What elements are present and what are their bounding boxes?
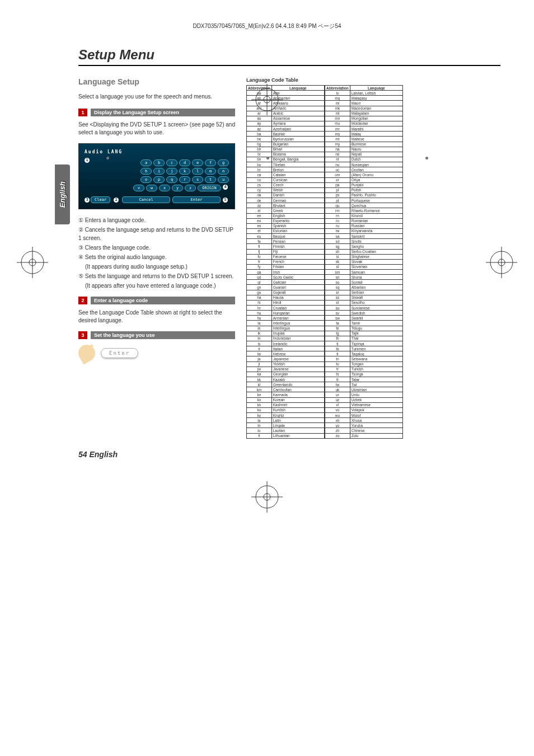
enter-key[interactable]: Enter [172, 196, 221, 203]
code-lang: Georgian [271, 372, 324, 377]
table-row: mlMalayalam [325, 111, 403, 116]
char-key[interactable]: j [166, 168, 177, 175]
code-lang: Tatar [350, 377, 402, 382]
code-abbr: pa [325, 182, 350, 187]
char-key[interactable]: e [192, 159, 203, 166]
code-lang: Assamese [271, 116, 324, 121]
char-key[interactable]: o [140, 176, 152, 183]
table-row: smSamoan [325, 270, 403, 275]
code-abbr: zu [325, 433, 350, 438]
code-lang: Sanskrit [350, 234, 402, 239]
char-key[interactable]: x [159, 185, 170, 191]
code-abbr: to [325, 361, 350, 367]
code-abbr: eo [247, 218, 272, 223]
table-row: snShona [325, 275, 403, 280]
table-row: fyFrisian [247, 264, 325, 269]
table-row: quQuechua [325, 203, 403, 208]
enter-button[interactable]: Enter [101, 348, 138, 358]
char-key[interactable]: f [205, 159, 216, 166]
code-lang: Galician [271, 280, 324, 285]
code-abbr: ln [247, 423, 272, 428]
code-lang: Azerbaijani [271, 126, 324, 132]
char-key[interactable]: i [153, 168, 165, 175]
code-abbr: rn [325, 213, 350, 218]
code-lang: Bulgarian [271, 142, 324, 147]
code-lang: Polish [350, 187, 402, 192]
table-row: lnLingala [247, 423, 325, 428]
char-key[interactable]: r [179, 176, 190, 183]
header-lang: Language [350, 86, 402, 91]
char-key[interactable]: k [179, 168, 190, 175]
table-row: dzBhutani [247, 203, 325, 208]
code-lang: Greenlandic [271, 382, 324, 387]
step-label: Set the language you use [91, 331, 235, 339]
char-key[interactable]: h [140, 168, 152, 175]
char-key[interactable]: b [153, 159, 165, 166]
table-row: voVolapuk [325, 407, 403, 412]
char-key[interactable]: l [192, 168, 203, 175]
page-footer: 54 English [78, 450, 500, 459]
code-lang: Moldavian [350, 121, 402, 126]
char-key[interactable]: g [218, 159, 229, 166]
char-key[interactable]: q [166, 176, 177, 183]
code-lang: Breton [271, 167, 324, 172]
clear-key[interactable]: Clear [91, 196, 110, 203]
code-abbr: sd [325, 239, 350, 244]
char-key[interactable]: z [185, 185, 196, 191]
language-entry-screen: Audio LANG 1 abcdefg hijklmn opqrstu vwx… [78, 143, 235, 209]
code-lang: Inupiak [271, 331, 324, 336]
code-lang: Javanese [271, 367, 324, 372]
origin-key[interactable]: ORIGIN [198, 185, 221, 191]
code-lang: Russian [350, 223, 402, 228]
code-lang: Thai [350, 336, 402, 341]
code-lang: Sesotho [350, 300, 402, 305]
code-lang: Urdu [350, 392, 402, 397]
table-row: skSlovak [325, 259, 403, 264]
code-abbr: yo [325, 423, 350, 428]
table-row: biBislama [247, 152, 325, 157]
code-abbr: vo [325, 407, 350, 412]
char-key[interactable]: c [166, 159, 177, 166]
char-key[interactable]: a [140, 159, 152, 166]
table-row: uzUzbek [325, 397, 403, 402]
char-key[interactable]: u [218, 176, 229, 183]
table-row: esSpanish [247, 223, 325, 228]
code-lang: Mongolian [350, 116, 402, 121]
char-key[interactable]: p [153, 176, 165, 183]
char-key[interactable]: s [192, 176, 203, 183]
char-key[interactable]: t [205, 176, 216, 183]
table-row: rmRhaeto-Romance [325, 208, 403, 213]
code-lang: Kannada [271, 392, 324, 397]
char-key[interactable]: m [205, 168, 216, 175]
code-abbr: hu [247, 311, 272, 316]
code-abbr: ur [325, 392, 350, 397]
table-row: hyArmenian [247, 316, 325, 321]
code-lang: Sundanese [350, 306, 402, 311]
code-lang: Tamil [350, 321, 402, 326]
table-row: mgMalagasy [325, 96, 403, 101]
char-key[interactable]: v [133, 185, 144, 191]
code-table-left: AbbreviationLanguage aaAfarabAbkhazianaf… [246, 85, 325, 439]
code-lang: Bengali, Bangla [271, 157, 324, 162]
cancel-key[interactable]: Cancel [122, 196, 170, 203]
code-abbr: so [325, 280, 350, 285]
char-key[interactable]: n [218, 168, 229, 175]
code-lang: Greek [271, 208, 324, 213]
table-row: om(Afan) Oromo [325, 172, 403, 177]
code-abbr: is [247, 341, 272, 346]
char-key[interactable]: y [172, 185, 183, 191]
code-abbr: ky [247, 413, 272, 418]
code-abbr: si [325, 254, 350, 259]
code-abbr: kl [247, 382, 272, 387]
code-abbr: sq [325, 285, 350, 290]
table-row: faPersian [247, 239, 325, 244]
char-key[interactable]: w [146, 185, 157, 191]
table-row: soSomali [325, 280, 403, 285]
code-lang: Lingala [271, 423, 324, 428]
code-lang: Hindi [271, 300, 324, 305]
table-row: suSundanese [325, 306, 403, 311]
touch-hand-icon [76, 342, 99, 365]
code-lang: Tajik [350, 331, 402, 336]
table-row: elGreek [247, 208, 325, 213]
char-key[interactable]: d [179, 159, 190, 166]
